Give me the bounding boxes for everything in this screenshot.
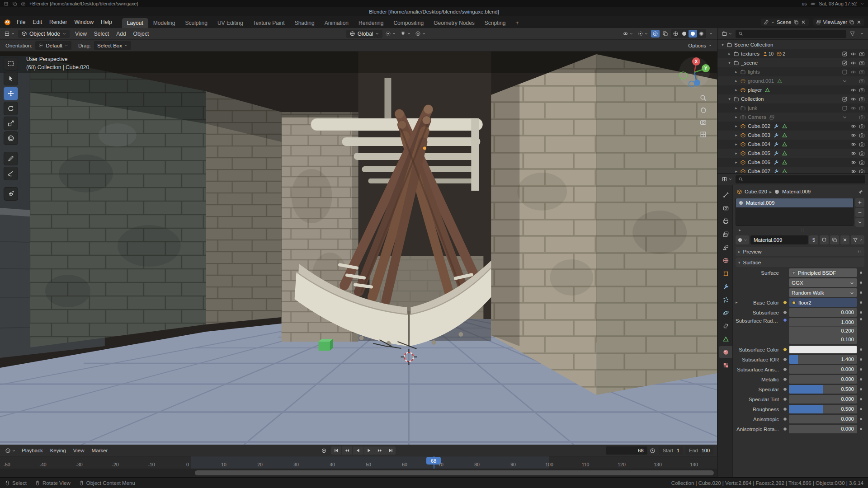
play-reverse-button[interactable] (353, 446, 363, 455)
viewport-canvas[interactable] (0, 52, 717, 445)
decorator-dot[interactable] (860, 291, 862, 294)
os-workspace-icon[interactable] (12, 1, 17, 6)
menu-add[interactable]: Add (113, 29, 129, 38)
socket-dot[interactable] (783, 357, 787, 361)
material-slot-list[interactable]: Material.009 (736, 198, 854, 226)
decorator-dot[interactable] (860, 408, 862, 410)
workspace-tab-scripting[interactable]: Scripting (480, 18, 511, 28)
ortho-grid-icon[interactable] (699, 131, 707, 138)
properties-tab-render[interactable] (719, 202, 732, 214)
chev-toggle[interactable] (840, 114, 849, 120)
check-toggle[interactable] (840, 51, 849, 57)
view-layer-selector[interactable]: ViewLayer (813, 19, 865, 26)
breadcrumb-material[interactable]: Material.009 (782, 189, 811, 194)
cam-toggle[interactable] (858, 96, 866, 102)
eye-toggle[interactable] (849, 96, 858, 102)
tool-cursor[interactable] (4, 72, 18, 85)
workspace-tab-shading[interactable]: Shading (290, 18, 320, 28)
eye-toggle[interactable] (849, 60, 858, 66)
outliner-row-cube-004[interactable]: ▸Cube.004 (717, 140, 868, 149)
tool-move[interactable] (4, 87, 18, 100)
menu-edit[interactable]: Edit (29, 18, 46, 27)
workspace-tab-modeling[interactable]: Modeling (148, 18, 180, 28)
orientation-dropdown[interactable]: Default (35, 41, 71, 50)
pin-icon[interactable] (858, 189, 863, 195)
eye-toggle[interactable] (849, 105, 858, 111)
random-walk-select[interactable]: Random Walk (789, 288, 857, 297)
timeline-scrollbar[interactable] (0, 469, 717, 477)
chev-toggle[interactable] (840, 78, 849, 84)
check-toggle[interactable] (840, 60, 849, 66)
outliner-filter-button[interactable] (848, 30, 857, 38)
blender-logo-icon[interactable] (4, 19, 11, 26)
socket-dot[interactable] (783, 417, 787, 421)
xray-toggle[interactable] (661, 30, 670, 38)
os-menu-chevron-icon[interactable] (860, 2, 864, 6)
eye-toggle[interactable] (849, 51, 858, 57)
remove-view-layer-icon[interactable] (856, 19, 862, 25)
eye-toggle[interactable] (849, 69, 858, 75)
ggx-select[interactable]: GGX (789, 278, 857, 287)
timeline-scroll-thumb[interactable] (195, 470, 714, 475)
tool-select-box[interactable] (4, 57, 18, 70)
expand-arrow[interactable]: ▸ (734, 151, 739, 155)
unlink-scene-icon[interactable] (801, 19, 806, 25)
expand-arrow[interactable]: ▸ (734, 169, 739, 173)
cam-toggle[interactable] (858, 60, 866, 66)
previous-keyframe-button[interactable] (342, 446, 352, 455)
menu-help[interactable]: Help (97, 18, 116, 27)
outliner-row-cube-007[interactable]: ▸Cube.007 (717, 167, 868, 173)
outliner-options-button[interactable] (859, 31, 865, 37)
cam-toggle[interactable] (858, 78, 866, 84)
workspace-tab-geometry-nodes[interactable]: Geometry Nodes (429, 18, 480, 28)
decorator-dot[interactable] (860, 358, 862, 361)
decorator-dot[interactable] (860, 428, 862, 430)
material-name-field[interactable]: Material.009 (750, 235, 808, 244)
expand-arrow[interactable]: ▸ (727, 52, 732, 56)
expand-arrow[interactable]: ▸ (737, 228, 742, 232)
menu-keying[interactable]: Keying (47, 446, 70, 455)
cam-toggle[interactable] (858, 105, 866, 111)
snap-toggle[interactable] (399, 30, 412, 38)
properties-tab-texture[interactable] (719, 359, 732, 371)
navigation-gizmo[interactable]: X Y (678, 56, 711, 89)
tool-scale[interactable] (4, 117, 18, 130)
properties-tab-scene[interactable] (719, 241, 732, 253)
subsurface-radius-sliders[interactable]: 1.0000.2000.100 (789, 318, 857, 344)
decorator-dot[interactable] (860, 311, 862, 314)
outliner-row-cube-002[interactable]: ▸Cube.002 (717, 122, 868, 131)
eye-toggle[interactable] (849, 169, 858, 174)
properties-tab-world[interactable] (719, 254, 732, 266)
material-users-button[interactable]: 5 (809, 235, 818, 244)
outliner-row-cube-005[interactable]: ▸Cube.005 (717, 149, 868, 158)
gizmo-x-axis[interactable]: X (695, 59, 698, 64)
workspace-tab-texture-paint[interactable]: Texture Paint (248, 18, 290, 28)
subsurface-color-swatch[interactable] (789, 345, 857, 354)
outliner-row-textures[interactable]: ▸textures102 (717, 49, 868, 58)
shading-dropdown[interactable] (708, 31, 714, 37)
cam-toggle[interactable] (858, 169, 866, 174)
cam-toggle[interactable] (858, 51, 866, 57)
visibility-dropdown[interactable] (621, 30, 635, 38)
socket-dot[interactable] (783, 397, 787, 401)
surface-button[interactable]: Principled BSDF (789, 268, 857, 277)
outliner-row-player[interactable]: ▸player (717, 85, 868, 94)
workspace-tab-sculpting[interactable]: Sculpting (180, 18, 212, 28)
socket-dot[interactable] (783, 300, 787, 305)
uncheck-toggle[interactable] (840, 105, 849, 111)
frame-start-field[interactable]: Start1 (659, 446, 683, 455)
timeline-ruler[interactable]: 68 -50-40-30-20-100102030405060708090100… (0, 456, 717, 469)
tool-transform[interactable] (4, 131, 18, 145)
specular-slider[interactable]: 0.500 (789, 385, 857, 394)
auto-keying-toggle[interactable] (320, 447, 328, 455)
collapse-arrow[interactable]: ▾ (727, 61, 732, 65)
material-filter-button[interactable] (851, 235, 864, 244)
properties-tab-material[interactable] (719, 346, 732, 358)
outliner-row-collection[interactable]: ▾Collection (717, 94, 868, 103)
keyboard-layout[interactable]: us (802, 1, 807, 6)
slot-specials-button[interactable] (855, 218, 864, 227)
cam-toggle[interactable] (858, 87, 866, 93)
outliner-search-input[interactable] (745, 31, 844, 37)
collapse-arrow[interactable]: ▾ (720, 42, 725, 47)
properties-tab-object-data[interactable] (719, 333, 732, 345)
